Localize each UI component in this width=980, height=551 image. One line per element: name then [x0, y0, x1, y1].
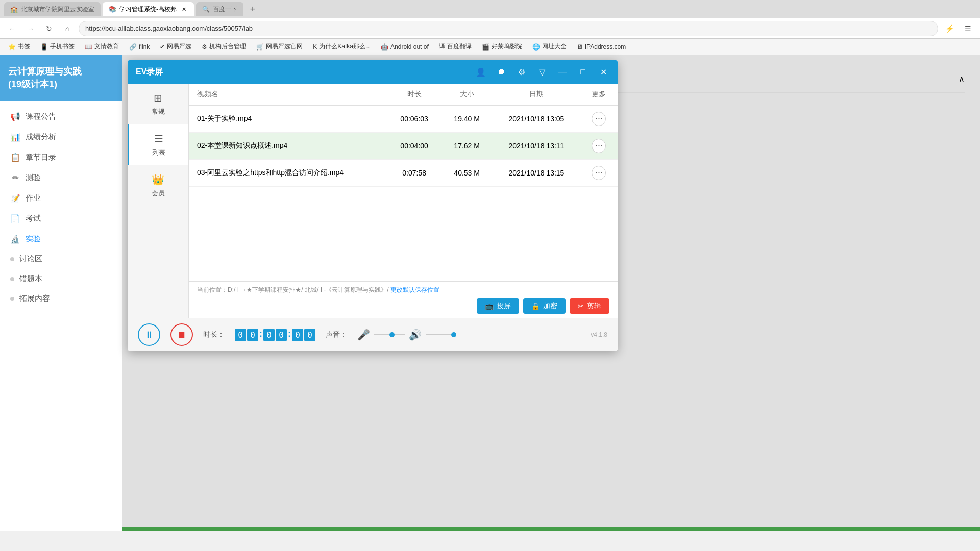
bookmark-kafka[interactable]: K为什么Kafka那么... [310, 41, 374, 52]
tab-label: 百度一下 [213, 5, 237, 14]
table-row[interactable]: 01-关于实验.mp4 00:06:03 19.40 M 2021/10/18 … [189, 106, 618, 133]
version-label: v4.1.8 [591, 331, 607, 338]
ev-settings-icon[interactable]: ⚙ [516, 66, 528, 78]
discussion-dot [10, 257, 14, 261]
grid-icon: ⊞ [154, 92, 162, 104]
bookmark-flink[interactable]: 🔗flink [126, 42, 153, 52]
ev-sidebar-member[interactable]: 👑 会员 [128, 165, 188, 206]
sidebar-item-discussion[interactable]: 讨论区 [0, 249, 122, 269]
speaker-slider-thumb [451, 332, 456, 337]
announcement-icon: 📢 [10, 111, 20, 121]
more-options-button[interactable]: ··· [592, 139, 606, 153]
ev-sidebar-normal-label: 常规 [152, 107, 165, 116]
encrypt-button[interactable]: 🔒 加密 [523, 298, 566, 314]
sidebar-nav: 📢 课程公告 📊 成绩分析 📋 章节目录 ✏ 测验 📝 作业 📄 考试 [0, 101, 122, 314]
speaker-icon[interactable]: 🔊 [409, 329, 422, 341]
sidebar-item-exam[interactable]: 📄 考试 [0, 208, 122, 229]
bookmarks-bar: ⭐书签 📱手机书签 📖文情教育 🔗flink ✔网易严选 ⚙机构后台管理 🛒网易… [0, 39, 980, 55]
mic-volume-slider[interactable] [374, 334, 405, 335]
path-change-link[interactable]: 更改默认保存位置 [390, 286, 439, 293]
bookmark-mobile[interactable]: 📱手机书签 [37, 41, 78, 52]
bookmark-android[interactable]: 🤖Android out of [378, 42, 432, 52]
tab-baidu[interactable]: 🔍 百度一下 [196, 2, 243, 16]
sidebar-item-homework[interactable]: 📝 作业 [0, 188, 122, 208]
bookmark-wangzhi[interactable]: 🌐网址大全 [529, 41, 570, 52]
sidebar-item-mistakes[interactable]: 错题本 [0, 269, 122, 289]
sidebar-label-exam: 考试 [26, 214, 41, 223]
tab-gaoxiaobang[interactable]: 📚 学习管理系统-高校邦 ✕ [103, 2, 194, 16]
col-header-more: 更多 [580, 84, 618, 106]
project-icon: 📺 [485, 302, 494, 310]
bookmark-hollywood[interactable]: 🎬好莱坞影院 [479, 41, 525, 52]
bookmark-xingji[interactable]: ⭐书签 [5, 41, 33, 52]
sidebar-item-extend[interactable]: 拓展内容 [0, 289, 122, 309]
ev-minimize-button[interactable]: — [556, 66, 569, 78]
bookmark-ipaddress[interactable]: 🖥IPAddress.com [574, 42, 629, 52]
cell-size: 19.40 M [441, 106, 493, 133]
mistakes-dot [10, 277, 14, 281]
cell-size: 40.53 M [441, 160, 493, 187]
cell-duration: 0:07:58 [387, 160, 441, 187]
url-input[interactable]: https://bcu-alilab.class.gaoxiaobang.com… [79, 21, 938, 36]
sidebar: 云计算原理与实践 (19级计本1) 📢 课程公告 📊 成绩分析 📋 章节目录 ✏… [0, 55, 122, 531]
ev-main: 视频名 时长 大小 日期 更多 01-关于实验.mp4 00:06:03 [189, 84, 618, 318]
microphone-icon[interactable]: 🎤 [357, 329, 370, 341]
quiz-icon: ✏ [10, 172, 20, 183]
tab-label: 学习管理系统-高校邦 [119, 5, 177, 14]
time-hour2: 0 [247, 329, 258, 341]
time-sec2: 0 [304, 329, 315, 341]
pause-button[interactable]: ⏸ [138, 323, 160, 346]
ev-close-button[interactable]: ✕ [597, 66, 609, 78]
tab-alilab[interactable]: 🏫 北京城市学院阿里云实验室 [4, 2, 101, 16]
extensions-button[interactable]: ⚡ [942, 21, 957, 36]
refresh-button[interactable]: ↻ [42, 21, 56, 36]
sidebar-label-chapters: 章节目录 [26, 153, 56, 162]
ev-user-icon[interactable]: 👤 [475, 66, 487, 78]
ev-filter-icon[interactable]: ▽ [536, 66, 548, 78]
speaker-volume-slider[interactable] [426, 334, 456, 335]
tab-close-button[interactable]: ✕ [180, 5, 188, 13]
cell-size: 17.62 M [441, 133, 493, 160]
more-options-button[interactable]: ··· [592, 112, 606, 126]
sidebar-label-discussion: 讨论区 [19, 254, 42, 264]
sidebar-item-chapters[interactable]: 📋 章节目录 [0, 147, 122, 167]
project-screen-button[interactable]: 📺 投屏 [477, 298, 519, 314]
path-label: 当前位置：D:/ I →★下学期课程安排★/ 北城/ I -《云计算原理与实践》… [197, 286, 390, 293]
table-row[interactable]: 03-阿里云实验之https和http混合访问介绍.mp4 0:07:58 40… [189, 160, 618, 187]
ev-title: EV录屏 [136, 67, 163, 78]
chapters-icon: 📋 [10, 152, 20, 162]
bookmark-jigou[interactable]: ⚙机构后台管理 [199, 41, 249, 52]
menu-button[interactable]: ☰ [961, 21, 975, 36]
bookmark-wangyiguan[interactable]: 🛒网易严选官网 [253, 41, 306, 52]
sidebar-label-lab: 实验 [26, 234, 41, 244]
clip-button[interactable]: ✂ 剪辑 [570, 298, 609, 314]
ev-sidebar-list-label: 列表 [152, 148, 165, 157]
sidebar-item-quiz[interactable]: ✏ 测验 [0, 167, 122, 188]
home-button[interactable]: ⌂ [60, 21, 75, 36]
cell-name: 02-本堂课新知识点概述.mp4 [189, 133, 387, 160]
audio-controls: 🎤 🔊 [357, 329, 456, 341]
more-options-button[interactable]: ··· [592, 166, 606, 180]
table-row[interactable]: 02-本堂课新知识点概述.mp4 00:04:00 17.62 M 2021/1… [189, 133, 618, 160]
time-display: 0 0 : 0 0 : 0 0 [235, 329, 315, 341]
cell-name: 03-阿里云实验之https和http混合访问介绍.mp4 [189, 160, 387, 187]
back-button[interactable]: ← [5, 21, 19, 36]
ev-sidebar-list[interactable]: ☰ 列表 [128, 124, 188, 165]
ev-sidebar-normal[interactable]: ⊞ 常规 [128, 84, 188, 124]
page-content: 第四章 虚拟化 ∧ EV录屏 👤 ⏺ ⚙ ▽ — □ ✕ [122, 55, 980, 531]
cell-duration: 00:04:00 [387, 133, 441, 160]
sidebar-item-grades[interactable]: 📊 成绩分析 [0, 127, 122, 147]
forward-button[interactable]: → [23, 21, 38, 36]
ev-maximize-button[interactable]: □ [577, 66, 589, 78]
new-tab-button[interactable]: + [246, 2, 260, 16]
bookmark-baidu-translate[interactable]: 译百度翻译 [436, 41, 475, 52]
duration-label: 时长： [203, 330, 225, 339]
bookmark-wangyi[interactable]: ✔网易严选 [157, 41, 194, 52]
col-header-duration: 时长 [387, 84, 441, 106]
stop-button[interactable]: ⏹ [170, 323, 193, 346]
bookmark-wenqing[interactable]: 📖文情教育 [82, 41, 122, 52]
sidebar-item-lab[interactable]: 🔬 实验 [0, 229, 122, 249]
cell-date: 2021/10/18 13:11 [493, 133, 580, 160]
sidebar-item-announcement[interactable]: 📢 课程公告 [0, 106, 122, 127]
ev-record-icon[interactable]: ⏺ [495, 66, 507, 78]
